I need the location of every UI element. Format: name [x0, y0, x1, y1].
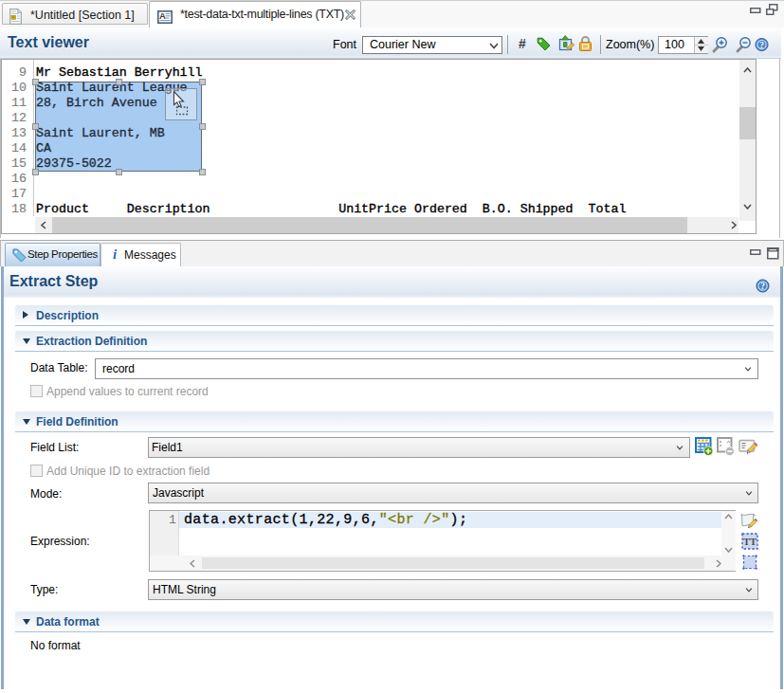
svg-text:A: A — [159, 10, 166, 21]
svg-text:?: ? — [760, 282, 765, 291]
svg-text:TT: TT — [743, 537, 757, 547]
svg-text:?: ? — [759, 41, 764, 50]
